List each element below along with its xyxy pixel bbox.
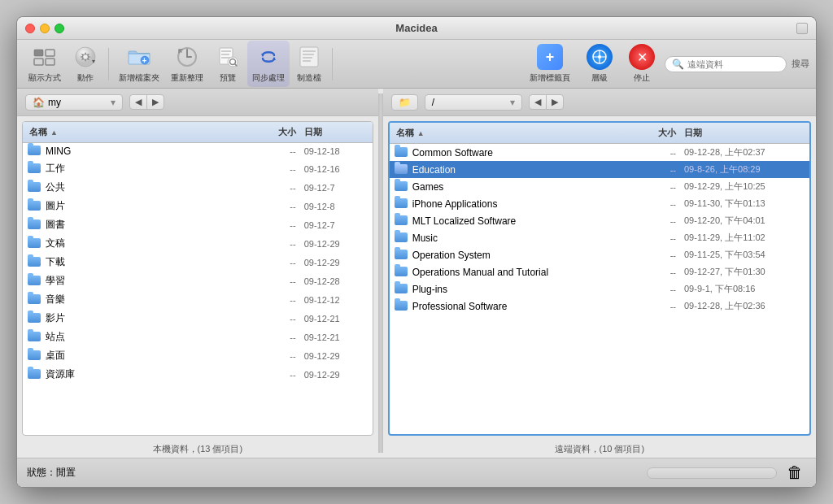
display-mode-button[interactable]: 顯示方式 <box>24 41 66 87</box>
file-date: 09-12-21 <box>299 331 373 344</box>
left-col-name[interactable]: 名稱 ▲ <box>23 124 251 141</box>
right-path-dropdown-icon: ▾ <box>510 97 515 108</box>
folder-icon <box>395 250 409 261</box>
right-path-selector[interactable]: / ▾ <box>425 94 522 111</box>
left-file-pane: 名稱 ▲ 大小 日期 MING -- 09-12-18 工作 -- 09-12-… <box>22 121 373 436</box>
left-panel: 🏠 my ▾ ◀ ▶ 名稱 ▲ 大小 日期 <box>17 89 378 458</box>
level-button[interactable]: 層級 <box>580 41 619 87</box>
left-path-selector[interactable]: 🏠 my ▾ <box>25 94 123 111</box>
file-size: -- <box>251 256 299 269</box>
list-item[interactable]: iPhone Applications -- 09-11-30, 下午01:13 <box>390 195 809 212</box>
folder-icon <box>28 201 42 212</box>
list-item[interactable]: 圖片 -- 09-12-8 <box>23 197 373 215</box>
list-item[interactable]: Common Software -- 09-12-28, 上午02:37 <box>390 144 809 161</box>
trash-icon[interactable]: 🗑 <box>783 462 806 484</box>
search-box[interactable]: 🔍 <box>665 56 787 72</box>
list-item[interactable]: 站点 -- 09-12-21 <box>23 328 373 346</box>
left-nav-forward[interactable]: ▶ <box>147 95 164 109</box>
status-text: 狀態：閒置 <box>27 466 76 480</box>
close-button[interactable] <box>25 24 35 33</box>
list-item[interactable]: MLT Localized Software -- 09-12-20, 下午04… <box>390 212 809 229</box>
list-item[interactable]: 桌面 -- 09-12-29 <box>23 346 373 365</box>
level-label: 層級 <box>591 72 608 84</box>
list-item[interactable]: 下載 -- 09-12-29 <box>23 253 373 272</box>
list-item[interactable]: 公共 -- 09-12-7 <box>23 178 373 197</box>
left-col-date[interactable]: 日期 <box>299 124 373 141</box>
search-icon: 🔍 <box>672 59 684 70</box>
progress-bar <box>647 467 777 479</box>
list-item[interactable]: Education -- 09-8-26, 上午08:29 <box>390 161 809 178</box>
traffic-lights <box>25 24 64 33</box>
reorganize-button[interactable]: 重新整理 <box>166 41 208 87</box>
list-item[interactable]: 影片 -- 09-12-21 <box>23 309 373 328</box>
list-item[interactable]: 學習 -- 09-12-28 <box>23 272 373 290</box>
folder-icon <box>395 164 409 176</box>
list-item[interactable]: MING -- 09-12-18 <box>23 143 373 159</box>
maximize-button[interactable] <box>55 24 64 33</box>
folder-icon <box>28 350 42 362</box>
new-tab-button[interactable]: + 新增標籤頁 <box>523 41 577 87</box>
left-nav-back[interactable]: ◀ <box>130 95 147 109</box>
file-name: 工作 <box>42 160 251 177</box>
left-col-size[interactable]: 大小 <box>251 124 299 141</box>
file-name: 資源庫 <box>42 366 251 383</box>
list-item[interactable]: 音樂 -- 09-12-12 <box>23 290 373 309</box>
list-item[interactable]: Music -- 09-11-29, 上午11:02 <box>390 229 809 246</box>
list-item[interactable]: 圖書 -- 09-12-7 <box>23 215 373 234</box>
file-date: 09-12-7 <box>299 219 373 232</box>
stop-icon: ✕ <box>629 44 655 70</box>
create-button[interactable]: 制造檔 <box>291 41 327 87</box>
right-panel: 📁 / ▾ ◀ ▶ 名稱 ▲ 大小 <box>383 89 816 458</box>
minimize-button[interactable] <box>40 24 50 33</box>
folder-icon <box>28 182 42 193</box>
list-item[interactable]: Games -- 09-12-29, 上午10:25 <box>390 178 809 195</box>
list-item[interactable]: 資源庫 -- 09-12-29 <box>23 365 373 384</box>
file-name: 音樂 <box>42 291 251 308</box>
folder-icon <box>28 276 42 287</box>
file-size: -- <box>630 249 679 262</box>
file-name: 圖書 <box>42 216 251 233</box>
right-nav-back[interactable]: ◀ <box>530 95 547 109</box>
list-item[interactable]: Professional Software -- 09-12-28, 上午02:… <box>390 298 809 315</box>
right-nav-forward[interactable]: ▶ <box>547 95 563 109</box>
list-item[interactable]: 文稿 -- 09-12-29 <box>23 234 373 253</box>
sync-button[interactable]: 同步處理 <box>247 41 290 87</box>
file-date: 09-12-18 <box>299 145 373 158</box>
file-size: -- <box>251 219 299 232</box>
file-size: -- <box>251 181 299 194</box>
search-input[interactable] <box>687 59 779 69</box>
right-path-label: / <box>432 97 434 108</box>
left-path-label: my <box>48 97 61 108</box>
left-file-list: MING -- 09-12-18 工作 -- 09-12-16 公共 -- 09… <box>23 143 373 435</box>
new-folder-icon: + <box>126 44 152 70</box>
preview-button[interactable]: 預覽 <box>210 41 246 87</box>
list-item[interactable]: Plug-ins -- 09-9-1, 下午08:16 <box>390 280 809 298</box>
file-name: 圖片 <box>42 198 251 215</box>
file-name: Education <box>409 163 630 177</box>
svg-rect-23 <box>303 60 311 62</box>
new-tab-label: 新增標籤頁 <box>530 72 570 84</box>
file-name: Operations Manual and Tutorial <box>409 265 630 280</box>
right-col-name[interactable]: 名稱 ▲ <box>390 124 630 141</box>
list-item[interactable]: Operations Manual and Tutorial -- 09-12-… <box>390 263 809 280</box>
file-size: -- <box>630 146 679 159</box>
right-col-size[interactable]: 大小 <box>630 124 679 141</box>
file-date: 09-8-26, 上午08:29 <box>679 162 809 177</box>
left-navbar: 🏠 my ▾ ◀ ▶ <box>17 89 378 116</box>
action-button[interactable]: ▾ 動作 <box>68 41 103 87</box>
file-name: Plug-ins <box>409 282 630 297</box>
new-folder-button[interactable]: + 新增檔案夾 <box>114 41 164 87</box>
file-date: 09-11-30, 下午01:13 <box>679 196 809 211</box>
left-nav-arrows: ◀ ▶ <box>129 94 164 110</box>
right-folder-btn[interactable]: 📁 <box>391 94 418 111</box>
resize-button[interactable] <box>796 23 808 34</box>
display-mode-icon <box>32 44 58 70</box>
file-size: -- <box>251 275 299 288</box>
preview-icon <box>215 44 241 70</box>
stop-button[interactable]: ✕ 停止 <box>622 41 661 87</box>
list-item[interactable]: 工作 -- 09-12-16 <box>23 159 373 178</box>
file-date: 09-12-7 <box>299 181 373 194</box>
right-col-date[interactable]: 日期 <box>679 124 809 141</box>
list-item[interactable]: Operation System -- 09-11-25, 下午03:54 <box>390 246 809 263</box>
svg-rect-3 <box>46 59 55 65</box>
